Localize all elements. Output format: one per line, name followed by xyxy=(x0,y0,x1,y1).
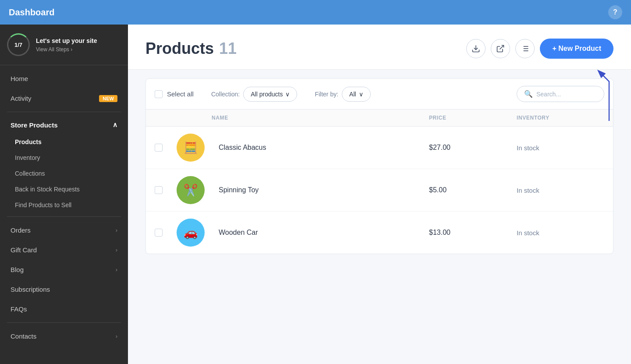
search-area: 🔍 Search... xyxy=(517,86,604,102)
row-checkbox[interactable] xyxy=(155,144,163,152)
import-button[interactable] xyxy=(466,39,486,58)
product-image: 🚗 xyxy=(177,219,205,247)
header-checkbox-col xyxy=(155,115,177,121)
setup-title: Let's set up your site xyxy=(36,37,97,45)
chevron-right-icon: › xyxy=(116,266,117,273)
product-price: $27.00 xyxy=(429,144,517,152)
divider-2 xyxy=(7,216,121,217)
app-title: Dashboard xyxy=(9,7,54,18)
page-header: Products 11 xyxy=(128,25,631,70)
sidebar-item-inventory[interactable]: Inventory xyxy=(0,150,128,166)
sidebar-item-back-in-stock[interactable]: Back in Stock Requests xyxy=(0,181,128,197)
setup-progress-text: 1/7 xyxy=(14,42,22,48)
search-icon: 🔍 xyxy=(524,90,533,98)
product-name: Spinning Toy xyxy=(212,186,429,194)
page-title: Products xyxy=(145,39,214,58)
filter-dropdown[interactable]: All ∨ xyxy=(342,87,371,102)
product-inventory: In stock xyxy=(517,229,604,237)
svg-line-1 xyxy=(500,46,504,49)
product-price: $5.00 xyxy=(429,186,517,194)
search-input[interactable]: Search... xyxy=(536,91,561,98)
select-all-checkbox[interactable] xyxy=(155,90,163,98)
divider-1 xyxy=(7,112,121,112)
sidebar-item-products[interactable]: Products xyxy=(0,134,128,150)
product-inventory: In stock xyxy=(517,144,604,152)
filter-label: Filter by: xyxy=(315,91,338,98)
sidebar-item-collections[interactable]: Collections xyxy=(0,166,128,181)
header-inventory: INVENTORY xyxy=(517,115,604,121)
sidebar-item-orders[interactable]: Orders › xyxy=(0,220,128,240)
sidebar-item-blog[interactable]: Blog › xyxy=(0,260,128,279)
sidebar-item-home[interactable]: Home xyxy=(0,69,128,88)
sidebar-item-subscriptions[interactable]: Subscriptions xyxy=(0,279,128,299)
table-row[interactable]: ✂️ Spinning Toy $5.00 In stock xyxy=(146,169,613,212)
setup-progress-circle: 1/7 xyxy=(7,33,30,56)
setup-info: Let's set up your site View All Steps › xyxy=(36,37,97,53)
chevron-right-icon: › xyxy=(116,333,117,339)
table-row[interactable]: 🧮 Classic Abacus $27.00 In stock xyxy=(146,127,613,169)
top-bar: Dashboard ? xyxy=(0,0,631,25)
header-price: PRICE xyxy=(429,115,517,121)
svg-text:✂️: ✂️ xyxy=(184,183,198,197)
product-price: $13.00 xyxy=(429,229,517,237)
product-name: Wooden Car xyxy=(212,229,429,237)
sidebar-item-contacts[interactable]: Contacts › xyxy=(0,326,128,346)
divider-3 xyxy=(7,322,121,323)
header-actions: + New Product xyxy=(466,39,613,59)
activity-badge: NEW xyxy=(99,95,117,102)
chevron-right-icon: › xyxy=(116,227,117,233)
filter-by-group: Filter by: All ∨ xyxy=(315,87,370,102)
collection-label: Collection: xyxy=(211,91,240,98)
table-header: NAME PRICE INVENTORY xyxy=(146,110,613,127)
store-products-section: Store Products ∧ Products Inventory Coll… xyxy=(0,116,128,213)
chevron-down-icon: ∨ xyxy=(285,91,290,98)
table-toolbar: Select all Collection: All products ∨ Fi… xyxy=(146,79,613,110)
sidebar-item-activity[interactable]: Activity NEW xyxy=(0,88,128,108)
main-layout: 1/7 Let's set up your site View All Step… xyxy=(0,25,631,364)
arrange-button[interactable] xyxy=(515,39,535,58)
product-image: ✂️ xyxy=(177,176,205,204)
new-product-button[interactable]: + New Product xyxy=(540,39,613,59)
sidebar-item-find-products[interactable]: Find Products to Sell xyxy=(0,197,128,213)
header-image-col xyxy=(177,115,212,121)
chevron-right-icon: › xyxy=(116,247,117,253)
products-table: Select all Collection: All products ∨ Fi… xyxy=(145,78,613,254)
collection-filter: Collection: All products ∨ xyxy=(211,87,298,102)
table-row[interactable]: 🚗 Wooden Car $13.00 In stock xyxy=(146,212,613,254)
row-checkbox[interactable] xyxy=(155,229,163,237)
help-button[interactable]: ? xyxy=(608,5,622,19)
sidebar-item-gift-card[interactable]: Gift Card › xyxy=(0,240,128,260)
chevron-down-icon: ∨ xyxy=(359,91,363,98)
product-image: 🧮 xyxy=(177,134,205,162)
sidebar-item-store-products[interactable]: Store Products ∧ xyxy=(0,116,128,134)
product-count: 11 xyxy=(219,39,237,58)
product-inventory: In stock xyxy=(517,187,604,194)
setup-link[interactable]: View All Steps › xyxy=(36,46,97,53)
sidebar: 1/7 Let's set up your site View All Step… xyxy=(0,25,128,364)
header-name: NAME xyxy=(212,115,429,121)
chevron-up-icon: ∧ xyxy=(113,121,117,129)
export-button[interactable] xyxy=(491,39,510,58)
select-all-area: Select all xyxy=(155,90,194,98)
product-name: Classic Abacus xyxy=(212,144,429,152)
collection-dropdown[interactable]: All products ∨ xyxy=(243,87,297,102)
svg-text:🧮: 🧮 xyxy=(184,141,198,155)
main-content: Products 11 xyxy=(128,25,631,364)
svg-text:🚗: 🚗 xyxy=(184,226,198,240)
select-all-label[interactable]: Select all xyxy=(167,90,194,98)
row-checkbox[interactable] xyxy=(155,186,163,194)
page-title-area: Products 11 xyxy=(145,39,237,58)
setup-section[interactable]: 1/7 Let's set up your site View All Step… xyxy=(0,25,128,65)
sidebar-nav: Home Activity NEW Store Products ∧ Produ… xyxy=(0,65,128,350)
sidebar-item-faqs[interactable]: FAQs xyxy=(0,299,128,319)
